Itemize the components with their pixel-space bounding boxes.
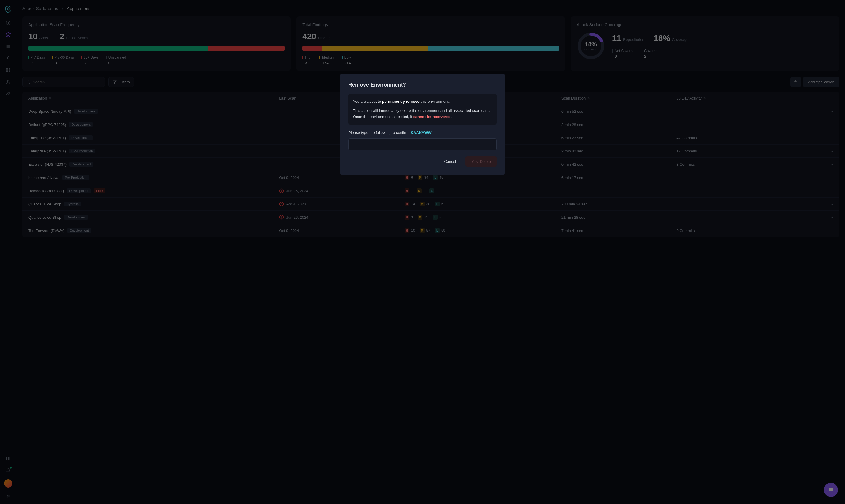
modal-title: Remove Environment? [348, 82, 497, 88]
confirm-input[interactable] [348, 138, 497, 150]
delete-button[interactable]: Yes, Delete [466, 156, 497, 167]
confirm-instruction: Please type the following to confirm: KA… [348, 130, 497, 135]
modal-overlay[interactable]: Remove Environment? You are about to per… [0, 0, 845, 504]
remove-environment-modal: Remove Environment? You are about to per… [340, 74, 505, 175]
modal-warning: You are about to permanently remove this… [348, 94, 497, 125]
cancel-button[interactable]: Cancel [438, 156, 462, 167]
